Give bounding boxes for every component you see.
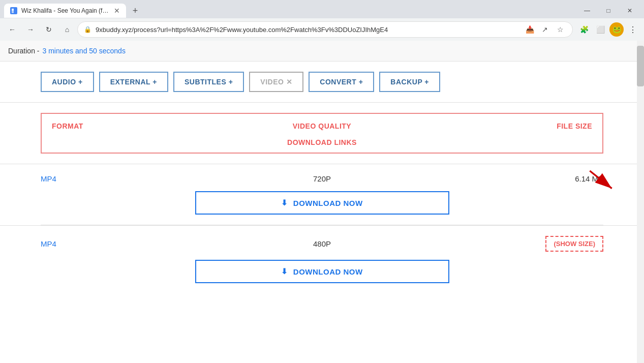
format-mp4-720p: MP4 (41, 174, 228, 183)
format-header: FORMAT (52, 122, 232, 130)
svg-rect-0 (12, 9, 14, 11)
minimize-button[interactable]: — (577, 4, 597, 18)
profile-icon[interactable]: 🐸 (609, 22, 624, 37)
bookmark-icon[interactable]: ☆ (554, 23, 566, 36)
download-btn-720p-wrapper: ⬇ DOWNLOAD NOW (41, 191, 603, 215)
back-button[interactable]: ← (4, 21, 20, 38)
address-icons: 📥 ↗ ☆ (524, 23, 566, 36)
external-plus-icon: + (152, 78, 157, 86)
reload-button[interactable]: ↻ (41, 21, 57, 38)
tab-button-convert[interactable]: CONVERT + (309, 72, 374, 92)
tab-button-external[interactable]: EXTERNAL + (99, 72, 168, 92)
title-bar: Wiz Khalifa - See You Again (feat ✕ + — … (0, 0, 644, 18)
subtitles-plus-icon: + (229, 78, 233, 86)
table-header: FORMAT VIDEO QUALITY FILE SIZE (42, 114, 602, 138)
download-now-label-480p: DOWNLOAD NOW (293, 267, 363, 276)
url-text: 9xbuddy.xyz/process?url=https%3A%2F%2Fww… (96, 26, 519, 34)
sidebar-icon[interactable]: ⬜ (593, 22, 607, 37)
quality-720p: 720P (228, 174, 416, 183)
download-now-button-720p[interactable]: ⬇ DOWNLOAD NOW (195, 191, 449, 215)
duration-bar: Duration - 3 minutes and 50 seconds (0, 41, 644, 62)
forward-button[interactable]: → (22, 21, 39, 38)
browser-chrome: Wiz Khalifa - See You Again (feat ✕ + — … (0, 0, 644, 41)
table-section: FORMAT VIDEO QUALITY FILE SIZE DOWNLOAD … (41, 113, 603, 154)
tab-title: Wiz Khalifa - See You Again (feat (21, 7, 110, 14)
download-arrow-icon-720p: ⬇ (281, 198, 288, 207)
address-bar[interactable]: 🔒 9xbuddy.xyz/process?url=https%3A%2F%2F… (77, 21, 573, 38)
audio-plus-icon: + (78, 78, 83, 86)
convert-plus-icon: + (359, 78, 363, 86)
format-mp4-480p: MP4 (41, 239, 228, 248)
nav-bar: ← → ↻ ⌂ 🔒 9xbuddy.xyz/process?url=https%… (0, 18, 644, 41)
duration-value[interactable]: 3 minutes and 50 seconds (42, 47, 125, 55)
download-btn-480p-wrapper: ⬇ DOWNLOAD NOW (41, 260, 603, 283)
page-content: Duration - 3 minutes and 50 seconds AUDI… (0, 41, 644, 363)
download-row-720p: MP4 720P 6.14 MB ⬇ DOWNLOAD NOW (0, 164, 644, 225)
lock-icon: 🔒 (84, 26, 91, 33)
tab-area: Wiz Khalifa - See You Again (feat ✕ + (4, 4, 577, 18)
download-now-button-480p[interactable]: ⬇ DOWNLOAD NOW (195, 260, 449, 283)
show-size-container: (SHOW SIZE) (416, 236, 603, 252)
tab-favicon (10, 7, 17, 14)
backup-plus-icon: + (424, 78, 429, 86)
tab-close-button[interactable]: ✕ (114, 7, 120, 15)
close-button[interactable]: ✕ (620, 4, 640, 18)
home-button[interactable]: ⌂ (59, 21, 75, 38)
tab-button-subtitles[interactable]: SUBTITLES + (173, 72, 244, 92)
tab-button-audio[interactable]: AUDIO + (41, 72, 94, 92)
svg-rect-1 (12, 11, 14, 13)
active-tab[interactable]: Wiz Khalifa - See You Again (feat ✕ (4, 4, 126, 18)
new-tab-button[interactable]: + (128, 4, 142, 18)
share-icon[interactable]: ↗ (539, 23, 551, 36)
download-row-480p: MP4 480P (SHOW SIZE) ⬇ DOWNLOAD NOW (0, 225, 644, 293)
scrollbar-thumb[interactable] (637, 46, 644, 86)
tab-button-video[interactable]: VIDEO ✕ (249, 72, 303, 92)
puzzle-icon[interactable]: 🧩 (577, 22, 591, 37)
tab-button-backup[interactable]: BACKUP + (379, 72, 440, 92)
download-links-header: DOWNLOAD LINKS (42, 138, 602, 153)
row-480p-info: MP4 480P (SHOW SIZE) (41, 236, 603, 252)
download-arrow-icon-480p: ⬇ (281, 267, 288, 276)
menu-button[interactable]: ⋮ (626, 22, 640, 37)
screen-capture-icon[interactable]: 📥 (524, 23, 536, 36)
quality-480p: 480P (228, 239, 416, 248)
download-now-label-720p: DOWNLOAD NOW (293, 199, 363, 207)
quality-header: VIDEO QUALITY (232, 122, 412, 130)
window-controls: — □ ✕ (577, 4, 640, 18)
maximize-button[interactable]: □ (598, 4, 619, 18)
tabs-section: AUDIO + EXTERNAL + SUBTITLES + VIDEO ✕ C… (0, 62, 644, 103)
video-close-icon: ✕ (286, 78, 293, 86)
show-size-button[interactable]: (SHOW SIZE) (545, 236, 603, 252)
scrollbar-track[interactable] (637, 41, 644, 363)
duration-label: Duration - (8, 47, 39, 55)
extension-icons: 🧩 ⬜ 🐸 ⋮ (577, 22, 640, 37)
tab-buttons-container: AUDIO + EXTERNAL + SUBTITLES + VIDEO ✕ C… (41, 72, 603, 92)
filesize-header: FILE SIZE (412, 122, 592, 130)
size-720p: 6.14 MB (416, 174, 603, 183)
row-720p-info: MP4 720P 6.14 MB (41, 174, 603, 183)
